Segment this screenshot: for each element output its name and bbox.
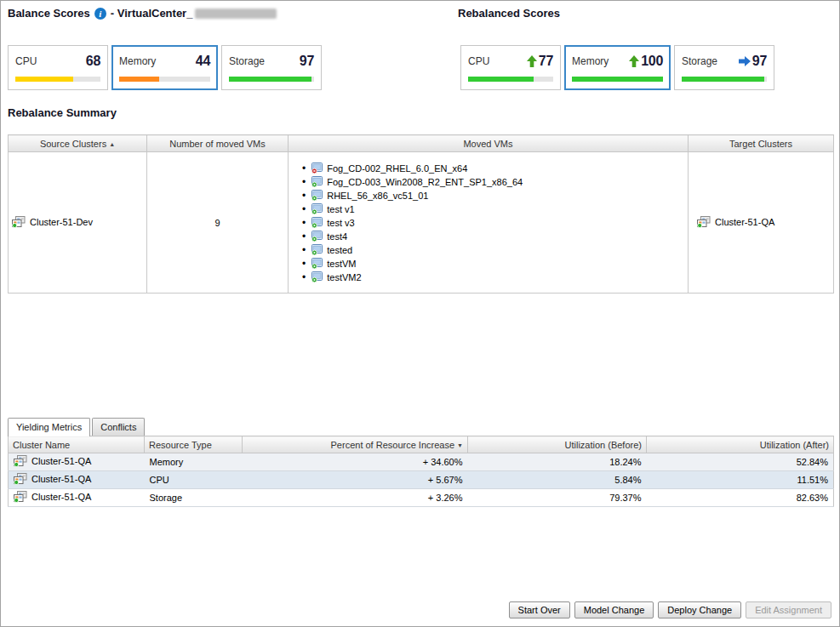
start-over-button[interactable]: Start Over xyxy=(509,601,570,618)
col-resource-type[interactable]: Resource Type xyxy=(145,436,243,453)
score-bar xyxy=(682,77,767,82)
utilization-before-cell: 18.24% xyxy=(468,453,647,471)
cluster-icon xyxy=(697,216,711,228)
vm-running-icon xyxy=(311,244,323,255)
cluster-name-cell: Cluster-51-QA xyxy=(9,489,145,507)
target-cluster-name: Cluster-51-QA xyxy=(715,217,774,227)
tab-yielding-metrics[interactable]: Yielding Metrics xyxy=(8,418,90,436)
utilization-after-cell: 82.63% xyxy=(647,489,834,507)
metrics-row[interactable]: Cluster-51-QA Memory + 34.60% 18.24% 52.… xyxy=(9,453,834,471)
tab-conflicts[interactable]: Conflicts xyxy=(92,418,145,436)
vm-running-icon xyxy=(311,176,323,187)
deploy-change-button[interactable]: Deploy Change xyxy=(658,601,741,618)
cluster-icon xyxy=(14,491,27,503)
info-icon[interactable]: i xyxy=(94,8,106,20)
col-utilization-before[interactable]: Utilization (Before) xyxy=(468,436,647,453)
metrics-row[interactable]: Cluster-51-QA CPU + 5.67% 5.84% 11.51% xyxy=(9,471,834,489)
source-cluster-name: Cluster-51-Dev xyxy=(30,217,93,227)
vcenter-label: - VirtualCenter_ xyxy=(111,7,193,20)
moved-vms-cell: Fog_CD-002_RHEL_6.0_EN_x64 Fog_CD-003_Wi… xyxy=(289,152,689,294)
card-label: Storage xyxy=(682,55,717,67)
resource-type-cell: CPU xyxy=(145,471,243,489)
arrow-up-icon xyxy=(629,55,639,67)
vm-running-icon xyxy=(311,231,323,242)
cluster-name-cell: Cluster-51-QA xyxy=(9,453,145,471)
cluster-icon xyxy=(14,455,27,467)
card-label: Memory xyxy=(119,55,156,67)
rebalanced-card-storage[interactable]: Storage 97 xyxy=(674,45,774,90)
rebalanced-card-memory[interactable]: Memory 100 xyxy=(564,45,671,90)
vm-list-item: test4 xyxy=(302,230,684,243)
source-cluster-cell: Cluster-51-Dev xyxy=(9,152,147,294)
vm-list-item: test v3 xyxy=(302,216,684,230)
redacted-vcenter-name xyxy=(195,9,277,19)
percent-increase-cell: + 34.60% xyxy=(243,453,468,471)
vm-list-item: testVM2 xyxy=(302,271,684,284)
vm-list-item: RHEL_56_x86_vc51_01 xyxy=(302,189,684,202)
vm-list-item: tested xyxy=(302,243,684,257)
col-source-clusters[interactable]: Source Clusters▲ xyxy=(9,135,147,152)
resource-type-cell: Memory xyxy=(145,453,243,471)
card-value: 44 xyxy=(196,54,210,69)
percent-increase-cell: + 5.67% xyxy=(243,471,468,489)
action-buttons: Start Over Model Change Deploy Change Ed… xyxy=(509,601,831,618)
col-moved-vm-count[interactable]: Number of moved VMs xyxy=(147,135,289,152)
card-value: 100 xyxy=(641,54,663,69)
col-utilization-after[interactable]: Utilization (After) xyxy=(647,436,834,453)
col-cluster-name[interactable]: Cluster Name xyxy=(9,436,145,453)
score-bar xyxy=(15,77,100,82)
model-change-button[interactable]: Model Change xyxy=(574,601,654,618)
summary-row[interactable]: Cluster-51-Dev 9 Fog_CD-002_RHEL_6.0_EN_… xyxy=(9,152,834,294)
rebalanced-score-cards: CPU 77 Memory 100 Storage xyxy=(460,45,774,90)
vm-running-icon xyxy=(311,271,323,282)
cluster-icon xyxy=(12,216,26,228)
vm-running-icon xyxy=(311,203,323,214)
card-label: CPU xyxy=(15,55,37,67)
rebalance-summary-title: Rebalance Summary xyxy=(8,106,117,119)
rebalanced-scores-title: Rebalanced Scores xyxy=(458,7,560,20)
page-title: Balance Scores xyxy=(8,7,90,20)
vm-stopped-icon xyxy=(311,162,323,174)
card-value: 97 xyxy=(752,54,767,69)
balance-card-cpu[interactable]: CPU 68 xyxy=(8,45,108,90)
edit-assignment-button[interactable]: Edit Assignment xyxy=(746,601,831,618)
cluster-icon xyxy=(14,473,27,485)
moved-vm-count: 9 xyxy=(147,152,289,294)
vm-list-item: test v1 xyxy=(302,202,684,216)
balance-card-memory[interactable]: Memory 44 xyxy=(111,45,218,90)
percent-increase-cell: + 3.26% xyxy=(243,489,468,507)
card-label: Memory xyxy=(572,55,609,67)
card-value: 77 xyxy=(539,54,553,69)
balance-card-storage[interactable]: Storage 97 xyxy=(221,45,322,90)
score-bar xyxy=(229,77,314,82)
vm-list-item: testVM xyxy=(302,257,684,271)
balance-score-cards: CPU 68 Memory 44 Storage 97 xyxy=(8,45,322,90)
sort-desc-icon: ▼ xyxy=(457,442,463,448)
card-value: 97 xyxy=(300,54,314,69)
arrow-up-icon xyxy=(527,55,537,67)
cluster-name-cell: Cluster-51-QA xyxy=(9,471,145,489)
metrics-row[interactable]: Cluster-51-QA Storage + 3.26% 79.37% 82.… xyxy=(9,489,834,507)
utilization-before-cell: 79.37% xyxy=(468,489,647,507)
card-value: 68 xyxy=(86,54,100,69)
sort-asc-icon: ▲ xyxy=(109,141,115,147)
card-label: Storage xyxy=(229,55,265,67)
col-target-clusters[interactable]: Target Clusters xyxy=(689,135,834,152)
col-percent-increase[interactable]: Percent of Resource Increase▼ xyxy=(243,436,468,453)
metrics-tabs: Yielding Metrics Conflicts xyxy=(8,418,146,436)
arrow-right-icon xyxy=(739,56,751,66)
rebalanced-card-cpu[interactable]: CPU 77 xyxy=(460,45,561,90)
vm-running-icon xyxy=(311,190,323,201)
vm-running-icon xyxy=(311,217,323,228)
rebalance-summary-table: Source Clusters▲ Number of moved VMs Mov… xyxy=(8,134,834,294)
score-bar xyxy=(119,77,210,82)
utilization-after-cell: 52.84% xyxy=(647,453,834,471)
col-moved-vms[interactable]: Moved VMs xyxy=(289,135,689,152)
vm-list-item: Fog_CD-002_RHEL_6.0_EN_x64 xyxy=(302,162,684,175)
balance-scores-page: Balance Scores i - VirtualCenter_ Rebala… xyxy=(0,0,840,627)
target-cluster-cell: Cluster-51-QA xyxy=(689,152,834,294)
score-bar xyxy=(572,77,663,82)
resource-type-cell: Storage xyxy=(145,489,243,507)
utilization-before-cell: 5.84% xyxy=(468,471,647,489)
vm-list-item: Fog_CD-003_Win2008_R2_ENT_SP1_x86_64 xyxy=(302,175,684,189)
